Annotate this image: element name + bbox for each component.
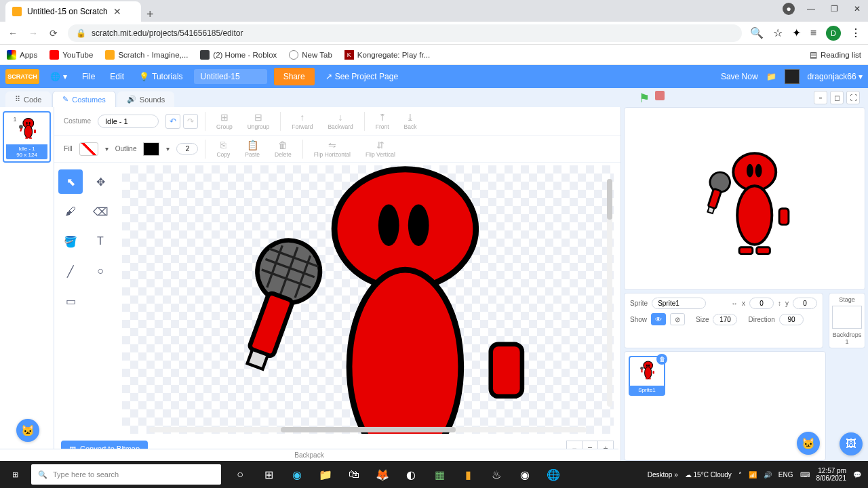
tab-sounds[interactable]: 🔊Sounds: [117, 92, 174, 107]
canvas-vertical-scrollbar[interactable]: [607, 179, 612, 407]
delete-button[interactable]: 🗑Delete: [271, 140, 296, 158]
tutorials-button[interactable]: 💡Tutorials: [135, 69, 187, 84]
select-tool[interactable]: ⬉: [58, 169, 83, 194]
url-input[interactable]: 🔒 scratch.mit.edu/projects/541656185/edi…: [68, 24, 742, 42]
firefox-icon[interactable]: 🦊: [369, 461, 396, 488]
maximize-icon[interactable]: ❐: [827, 4, 841, 14]
circle-tool[interactable]: ○: [88, 259, 113, 283]
costume-name-input[interactable]: [98, 115, 159, 128]
paste-button[interactable]: 📋Paste: [241, 140, 264, 158]
eraser-tool[interactable]: ⌫: [88, 199, 113, 224]
small-stage-icon[interactable]: ▫: [814, 91, 827, 104]
incognito-icon[interactable]: ●: [783, 3, 795, 15]
user-avatar[interactable]: [785, 69, 800, 84]
youtube-bookmark[interactable]: YouTube: [50, 50, 93, 60]
tray-overflow-icon[interactable]: ˄: [738, 471, 742, 479]
bookmark-star-icon[interactable]: ☆: [773, 26, 783, 39]
profile-avatar[interactable]: D: [826, 26, 841, 41]
text-tool[interactable]: T: [88, 229, 113, 253]
save-now[interactable]: Save Now: [721, 72, 758, 81]
edge-icon[interactable]: ◉: [283, 461, 311, 488]
cortana-icon[interactable]: ○: [226, 461, 254, 488]
add-backdrop-button[interactable]: 🖼: [840, 432, 863, 455]
store-icon[interactable]: 🛍: [340, 461, 368, 488]
back-icon[interactable]: ←: [7, 28, 19, 39]
x-input[interactable]: [749, 298, 774, 309]
notifications-icon[interactable]: 💬: [853, 471, 861, 479]
fill-tool[interactable]: 🪣: [58, 229, 83, 253]
see-project-page[interactable]: ↗See Project Page: [321, 69, 402, 84]
page-zoom-icon[interactable]: 🔍: [750, 26, 764, 39]
newtab-bookmark[interactable]: New Tab: [289, 50, 332, 60]
front-button[interactable]: ⤒Front: [372, 112, 393, 130]
line-tool[interactable]: ╱: [58, 259, 83, 283]
stage-selector[interactable]: Stage Backdrops 1: [829, 293, 865, 348]
apps-bookmark[interactable]: Apps: [7, 50, 37, 60]
outline-width-input[interactable]: [176, 143, 198, 155]
roblox-bookmark[interactable]: (2) Home - Roblox: [200, 50, 277, 60]
reload-icon[interactable]: ⟳: [47, 28, 60, 39]
close-tab-icon[interactable]: ✕: [113, 6, 121, 17]
taskbar-search[interactable]: 🔍 Type here to search: [31, 464, 221, 485]
scratch-logo[interactable]: SCRATCH: [5, 69, 39, 84]
mystuff-icon[interactable]: 📁: [766, 72, 776, 81]
new-tab-button[interactable]: +: [141, 7, 159, 22]
chrome-icon[interactable]: 🌐: [540, 461, 567, 488]
start-button[interactable]: ⊞: [0, 461, 30, 488]
green-flag-icon[interactable]: ⚑: [639, 91, 650, 106]
add-sprite-button[interactable]: 🐱: [797, 432, 820, 455]
minimize-icon[interactable]: —: [804, 4, 818, 14]
delete-sprite-icon[interactable]: 🗑: [656, 354, 667, 365]
sprite-item[interactable]: 🗑 Sprite1: [629, 356, 665, 396]
direction-input[interactable]: [779, 314, 804, 325]
explorer-icon[interactable]: 📁: [312, 461, 339, 488]
backward-button[interactable]: ↓Backward: [323, 112, 357, 130]
reading-list-icon[interactable]: ≡: [810, 27, 816, 39]
ime-icon[interactable]: ⌨: [800, 471, 810, 479]
outline-swatch[interactable]: [143, 142, 159, 156]
extensions-icon[interactable]: ✦: [792, 26, 801, 39]
menu-icon[interactable]: ⋮: [850, 26, 861, 39]
close-window-icon[interactable]: ✕: [850, 4, 864, 14]
copy-button[interactable]: ⎘Copy: [212, 140, 234, 158]
steam-icon[interactable]: ◉: [511, 461, 538, 488]
language-indicator[interactable]: ENG: [778, 471, 793, 479]
file-menu[interactable]: File: [78, 69, 99, 84]
app-icon-2[interactable]: ▮: [454, 461, 481, 488]
drawing-canvas[interactable]: [122, 165, 614, 434]
show-button[interactable]: 👁: [651, 313, 666, 325]
large-stage-icon[interactable]: ◻: [830, 91, 844, 104]
group-button[interactable]: ⊞Group: [212, 112, 237, 130]
share-button[interactable]: Share: [274, 68, 315, 85]
y-input[interactable]: [793, 298, 817, 309]
taskview-icon[interactable]: ⊞: [255, 461, 282, 488]
edit-menu[interactable]: Edit: [106, 69, 128, 84]
flip-v-button[interactable]: ⇵Flip Vertical: [361, 140, 399, 158]
undo-button[interactable]: ↶: [165, 114, 180, 129]
scratch-bookmark[interactable]: Scratch - Imagine,...: [105, 50, 188, 60]
add-costume-button[interactable]: 🐱: [16, 419, 39, 442]
costume-thumb[interactable]: 1 Idle - 1 90 x 124: [3, 111, 51, 163]
desktop-toolbar[interactable]: Desktop »: [648, 471, 678, 479]
canvas-horizontal-scrollbar[interactable]: [149, 427, 587, 432]
username[interactable]: dragonjack66 ▾: [808, 72, 863, 81]
reshape-tool[interactable]: ✥: [88, 169, 113, 194]
ungroup-button[interactable]: ⊟Ungroup: [243, 112, 274, 130]
backpack-bar[interactable]: Backpack: [0, 449, 618, 461]
weather-widget[interactable]: ☁ 15°C Cloudy: [685, 471, 732, 479]
flip-h-button[interactable]: ⇋Flip Horizontal: [310, 140, 355, 158]
brush-tool[interactable]: 🖌: [58, 199, 83, 224]
clock[interactable]: 12:57 pm 8/06/2021: [816, 467, 847, 482]
size-input[interactable]: [713, 314, 737, 325]
app-icon-1[interactable]: ▦: [426, 461, 453, 488]
tab-costumes[interactable]: ✎Costumes: [52, 91, 116, 107]
forward-icon[interactable]: →: [27, 28, 39, 39]
forward-button[interactable]: ↑Forward: [288, 112, 317, 130]
tab-code[interactable]: ⠿Code: [5, 92, 51, 107]
fullscreen-icon[interactable]: ⛶: [846, 91, 860, 104]
app-icon-3[interactable]: ♨: [483, 461, 510, 488]
stage-preview[interactable]: [624, 107, 865, 290]
obs-icon[interactable]: ◐: [397, 461, 425, 488]
browser-tab[interactable]: Untitled-15 on Scratch ✕: [5, 1, 141, 22]
project-name-input[interactable]: Untitled-15: [194, 69, 267, 84]
